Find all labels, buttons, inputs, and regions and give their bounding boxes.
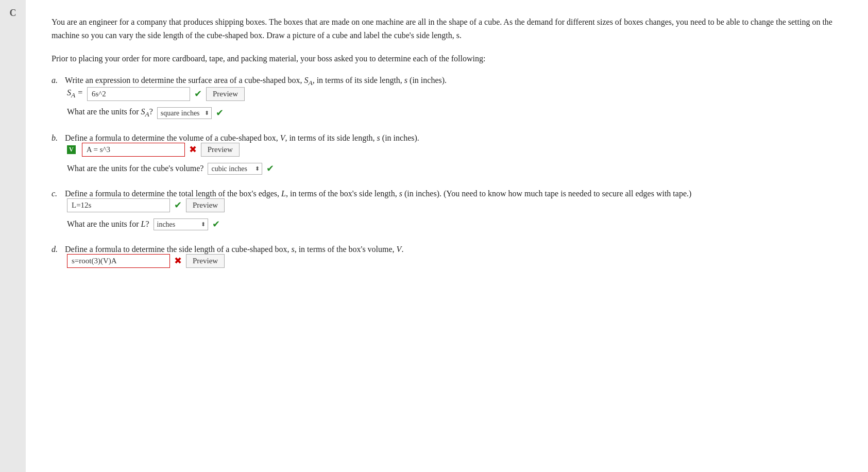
- part-d-error-icon[interactable]: ✖: [174, 255, 182, 266]
- part-b: b. Define a formula to determine the vol…: [52, 133, 837, 175]
- part-c-units-question: What are the units for L?: [67, 220, 149, 229]
- part-d-description: Define a formula to determine the side l…: [65, 245, 403, 254]
- part-c-units-check-icon: ✔: [212, 218, 220, 230]
- page-container: C You are an engineer for a company that…: [0, 0, 868, 472]
- part-b-units-row: What are the units for the cube's volume…: [67, 163, 837, 175]
- part-a-formula-label: SA =: [67, 88, 83, 99]
- part-c-units-select[interactable]: inches square inches cubic inches: [154, 218, 208, 230]
- part-b-description: Define a formula to determine the volume…: [65, 133, 419, 143]
- left-bar: C: [0, 0, 26, 472]
- part-a-units-select[interactable]: square inches cubic inches inches: [157, 107, 212, 119]
- part-c-description: Define a formula to determine the total …: [65, 189, 691, 198]
- part-b-label: b. Define a formula to determine the vol…: [52, 133, 837, 143]
- part-c-check-icon[interactable]: ✔: [174, 199, 182, 211]
- part-c: c. Define a formula to determine the tot…: [52, 189, 837, 230]
- part-b-units-check-icon: ✔: [266, 163, 274, 174]
- part-a-units-row: What are the units for SA? square inches…: [67, 107, 837, 119]
- part-c-label: c. Define a formula to determine the tot…: [52, 189, 837, 198]
- part-d-letter: d.: [52, 245, 62, 254]
- main-content: You are an engineer for a company that p…: [52, 15, 837, 268]
- part-a-units-select-wrapper: square inches cubic inches inches: [157, 107, 212, 119]
- part-a-letter: a.: [52, 76, 62, 85]
- part-a-units-question: What are the units for SA?: [67, 107, 153, 119]
- part-a: a. Write an expression to determine the …: [52, 76, 837, 119]
- part-c-units-select-wrapper: inches square inches cubic inches: [154, 218, 208, 230]
- part-d-formula-input[interactable]: [67, 254, 170, 268]
- part-d: d. Define a formula to determine the sid…: [52, 245, 837, 268]
- intro-paragraph: You are an engineer for a company that p…: [52, 15, 837, 42]
- part-c-formula-input[interactable]: [67, 198, 170, 212]
- part-b-units-select-wrapper: cubic inches square inches inches: [208, 163, 262, 175]
- part-a-units-check-icon: ✔: [216, 107, 224, 119]
- part-b-formula-input[interactable]: [82, 143, 185, 157]
- part-a-preview-button[interactable]: Preview: [206, 87, 245, 101]
- part-a-check-icon[interactable]: ✔: [194, 88, 202, 99]
- part-b-formula-row: V ✖ Preview: [67, 143, 837, 157]
- part-b-units-select[interactable]: cubic inches square inches inches: [208, 163, 262, 175]
- part-a-formula-input[interactable]: [87, 87, 190, 101]
- part-b-units-question: What are the units for the cube's volume…: [67, 164, 203, 173]
- part-b-v-indicator: V: [67, 145, 76, 154]
- part-b-error-icon[interactable]: ✖: [189, 144, 197, 155]
- prior-paragraph: Prior to placing your order for more car…: [52, 52, 837, 65]
- part-c-units-row: What are the units for L? inches square …: [67, 218, 837, 230]
- part-d-formula-row: ✖ Preview: [67, 254, 837, 268]
- part-a-label: a. Write an expression to determine the …: [52, 76, 837, 87]
- part-d-label: d. Define a formula to determine the sid…: [52, 245, 837, 254]
- part-c-formula-row: ✔ Preview: [67, 198, 837, 212]
- part-c-letter: c.: [52, 189, 62, 198]
- left-bar-letter: C: [10, 8, 16, 19]
- part-b-preview-button[interactable]: Preview: [201, 143, 240, 157]
- part-a-formula-row: SA = ✔ Preview: [67, 87, 837, 101]
- part-c-preview-button[interactable]: Preview: [186, 198, 225, 212]
- part-d-preview-button[interactable]: Preview: [186, 254, 225, 268]
- part-b-letter: b.: [52, 133, 62, 143]
- part-a-description: Write an expression to determine the sur…: [65, 76, 447, 87]
